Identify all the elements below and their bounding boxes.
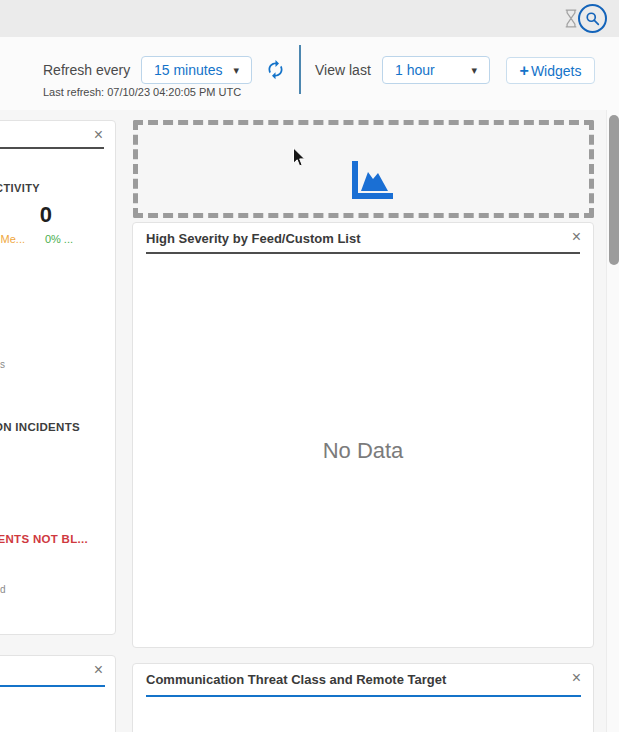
caret-down-icon: ▾ bbox=[471, 64, 477, 77]
search-button[interactable] bbox=[578, 4, 607, 33]
hourglass-icon bbox=[564, 9, 578, 28]
stat-sub-left-fragment: Me... bbox=[1, 233, 25, 245]
left-summary-widget: × CTIVITY 0 Me... 0% ... s ON INCIDENTS … bbox=[0, 120, 116, 635]
close-icon[interactable]: × bbox=[94, 662, 103, 678]
add-widgets-button[interactable]: + Widgets bbox=[506, 57, 595, 84]
communication-widget: Communication Threat Class and Remote Ta… bbox=[132, 663, 594, 732]
last-refresh-text: Last refresh: 07/10/23 04:20:05 PM UTC bbox=[43, 86, 241, 98]
refresh-interval-value: 15 minutes bbox=[154, 62, 222, 78]
view-last-value: 1 hour bbox=[395, 62, 435, 78]
no-data-message: No Data bbox=[133, 438, 593, 464]
widget-header: High Severity by Feed/Custom List × bbox=[133, 223, 593, 248]
close-icon[interactable]: × bbox=[572, 229, 581, 245]
stat-value: 0 bbox=[40, 202, 52, 228]
stat-section-title-fragment: ON INCIDENTS bbox=[0, 421, 80, 433]
close-icon[interactable]: × bbox=[572, 670, 581, 686]
stat-section-title-fragment: CTIVITY bbox=[0, 182, 40, 194]
left-bottom-widget: × bbox=[0, 655, 116, 732]
widget-title: High Severity by Feed/Custom List bbox=[146, 230, 580, 248]
toolbar-divider bbox=[299, 45, 301, 94]
scrollbar-thumb[interactable] bbox=[609, 115, 619, 265]
refresh-interval-select[interactable]: 15 minutes ▾ bbox=[141, 56, 252, 84]
close-icon[interactable]: × bbox=[94, 127, 103, 143]
dashboard-screen: Refresh every 15 minutes ▾ View last 1 h… bbox=[0, 0, 619, 732]
high-severity-widget: High Severity by Feed/Custom List × No D… bbox=[132, 222, 594, 648]
refresh-every-label: Refresh every bbox=[43, 62, 130, 78]
plus-icon: + bbox=[520, 63, 529, 79]
widget-title: Communication Threat Class and Remote Ta… bbox=[146, 671, 580, 689]
dashboard-content: × CTIVITY 0 Me... 0% ... s ON INCIDENTS … bbox=[0, 110, 619, 732]
widget-drop-placeholder[interactable] bbox=[133, 120, 594, 218]
text-fragment: s bbox=[0, 359, 5, 370]
view-last-label: View last bbox=[315, 62, 371, 78]
dashboard-toolbar: Refresh every 15 minutes ▾ View last 1 h… bbox=[0, 37, 619, 110]
widget-title-underline bbox=[0, 147, 104, 149]
caret-down-icon: ▾ bbox=[233, 64, 239, 77]
view-last-select[interactable]: 1 hour ▾ bbox=[382, 56, 490, 84]
search-icon bbox=[585, 11, 600, 26]
widget-title-underline bbox=[146, 252, 580, 254]
top-app-bar bbox=[0, 0, 619, 37]
stat-sub-right-fragment: 0% ... bbox=[45, 233, 73, 245]
alert-text-fragment: VENTS NOT BL... bbox=[0, 533, 88, 545]
widget-title-underline bbox=[0, 685, 105, 687]
widget-title-underline bbox=[146, 695, 581, 697]
refresh-icon[interactable] bbox=[265, 59, 286, 80]
text-fragment: d bbox=[0, 584, 6, 595]
area-chart-icon bbox=[352, 161, 396, 199]
add-widgets-label: Widgets bbox=[531, 63, 582, 79]
scrollbar-track[interactable] bbox=[606, 110, 619, 732]
widget-header: Communication Threat Class and Remote Ta… bbox=[133, 664, 593, 689]
